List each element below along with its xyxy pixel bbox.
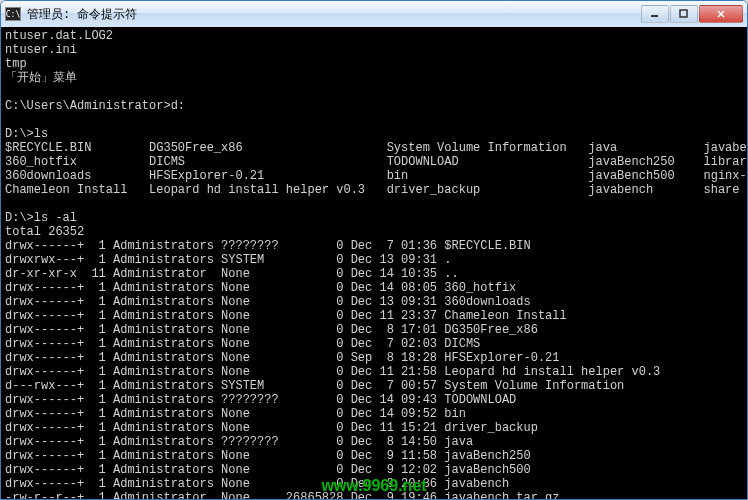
svg-rect-1 bbox=[680, 10, 687, 17]
titlebar[interactable]: C:\ 管理员: 命令提示符 bbox=[1, 1, 747, 27]
watermark: www.9969.net bbox=[321, 479, 426, 493]
minimize-button[interactable] bbox=[641, 5, 669, 23]
window-buttons bbox=[641, 5, 743, 23]
console-output[interactable]: ntuser.dat.LOG2 ntuser.ini tmp 「开始」菜单 C:… bbox=[1, 27, 747, 499]
maximize-button[interactable] bbox=[670, 5, 698, 23]
cmd-window: C:\ 管理员: 命令提示符 ntuser.dat.LOG2 ntuser.in… bbox=[0, 0, 748, 500]
close-button[interactable] bbox=[699, 5, 743, 23]
window-title: 管理员: 命令提示符 bbox=[27, 6, 641, 23]
cmd-icon: C:\ bbox=[5, 7, 21, 21]
